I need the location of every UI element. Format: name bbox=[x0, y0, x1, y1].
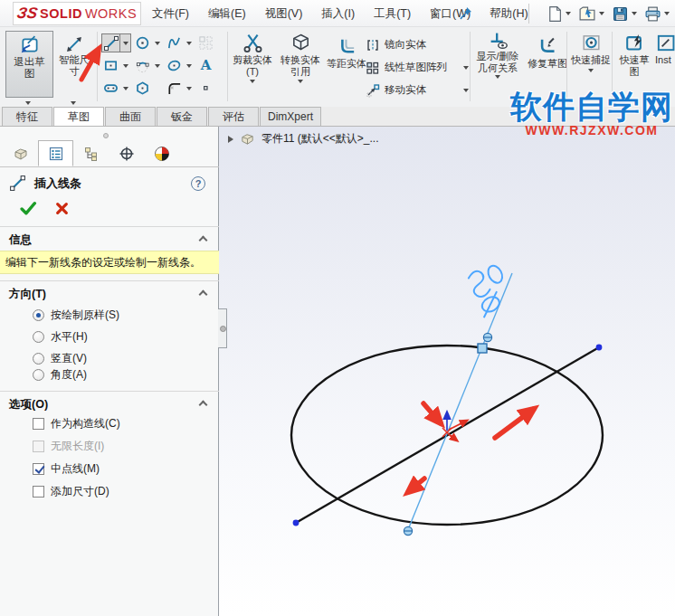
print-dropdown[interactable] bbox=[664, 12, 670, 15]
save-button[interactable] bbox=[610, 5, 639, 24]
radio-angle[interactable]: 角度(A) bbox=[33, 367, 87, 382]
section-divider bbox=[0, 280, 219, 281]
checkbox-box[interactable] bbox=[33, 463, 44, 475]
panel-grab-dot[interactable] bbox=[103, 133, 109, 138]
message-collapse-chevron[interactable] bbox=[199, 236, 208, 245]
circle-tool-dropdown[interactable] bbox=[152, 33, 163, 52]
radio-as-sketched[interactable]: 按绘制原样(S) bbox=[33, 308, 119, 322]
sketch-line[interactable] bbox=[296, 347, 599, 523]
exit-sketch-dropdown[interactable] bbox=[25, 101, 31, 105]
ok-check-button[interactable] bbox=[20, 201, 37, 216]
menu-insert[interactable]: 插入(I) bbox=[321, 6, 355, 22]
sketch-entity-grid: A bbox=[101, 32, 222, 100]
tab-sketch[interactable]: 草图 bbox=[53, 107, 104, 126]
move-entities-button[interactable]: 移动实体 bbox=[366, 79, 467, 101]
cancel-x-button[interactable] bbox=[55, 202, 69, 215]
tab-property-manager[interactable] bbox=[38, 140, 73, 166]
smart-dimension-dropdown[interactable] bbox=[71, 101, 76, 105]
new-document-button[interactable] bbox=[544, 5, 573, 24]
menu-edit[interactable]: 编辑(E) bbox=[208, 6, 246, 22]
tab-configuration-manager[interactable] bbox=[73, 140, 109, 166]
menu-tools[interactable]: 工具(T) bbox=[374, 6, 411, 22]
convert-entities-button[interactable]: 转换实体引用 bbox=[277, 33, 324, 83]
line-endpoint[interactable] bbox=[596, 345, 603, 351]
checkbox-box[interactable] bbox=[33, 418, 44, 430]
radio-dot[interactable] bbox=[33, 331, 44, 343]
circle-tool-button[interactable] bbox=[133, 33, 152, 52]
open-document-dropdown[interactable] bbox=[599, 12, 604, 15]
slot-tool-dropdown[interactable] bbox=[120, 79, 131, 98]
spline-tool-button[interactable] bbox=[165, 33, 184, 52]
target-icon bbox=[119, 146, 135, 162]
checkbox-add-dimensions[interactable]: 添加尺寸(D) bbox=[33, 484, 109, 498]
tab-dimxpert[interactable]: DimXpert bbox=[260, 107, 321, 126]
line-endpoint[interactable] bbox=[293, 520, 299, 526]
display-delete-relations-dropdown[interactable] bbox=[495, 75, 500, 79]
polygon-tool-button[interactable] bbox=[133, 79, 152, 98]
checkbox-infinite-length: 无限长度(I) bbox=[33, 439, 104, 453]
linear-pattern-button[interactable]: 线性草图阵列 bbox=[366, 56, 467, 79]
pin-menu-icon[interactable] bbox=[458, 5, 474, 22]
direction-collapse-chevron[interactable] bbox=[199, 290, 208, 299]
menu-help[interactable]: 帮助(H) bbox=[490, 6, 528, 22]
arc-tool-dropdown[interactable] bbox=[152, 56, 163, 75]
tab-features[interactable]: 特征 bbox=[2, 107, 52, 126]
open-document-button[interactable] bbox=[576, 5, 606, 24]
help-button[interactable]: ? bbox=[191, 176, 205, 191]
new-document-dropdown[interactable] bbox=[566, 12, 571, 15]
checkbox-label: 作为构造线(C) bbox=[51, 416, 120, 431]
convert-entities-dropdown[interactable] bbox=[298, 80, 303, 83]
spline-tool-dropdown[interactable] bbox=[184, 33, 195, 52]
linear-pattern-dropdown[interactable] bbox=[463, 66, 469, 70]
watermark: 软件自学网 WWW.RJZXW.COM bbox=[510, 90, 673, 137]
offset-entities-icon bbox=[337, 36, 357, 57]
trim-entities-button[interactable]: 剪裁实体(T) bbox=[230, 33, 275, 83]
tab-surfaces[interactable]: 曲面 bbox=[105, 107, 156, 126]
tab-feature-manager[interactable] bbox=[3, 140, 38, 166]
watermark-url: WWW.RJZXW.COM bbox=[510, 124, 673, 137]
options-collapse-chevron[interactable] bbox=[199, 401, 208, 410]
quick-snaps-button[interactable]: 快速捕捉 bbox=[570, 33, 612, 72]
print-button[interactable] bbox=[642, 5, 671, 24]
sketch-point-handle[interactable] bbox=[478, 344, 487, 353]
panel-splitter-handle[interactable] bbox=[218, 308, 227, 348]
radio-dot[interactable] bbox=[33, 369, 44, 381]
trim-entities-dropdown[interactable] bbox=[250, 80, 255, 83]
fillet-icon bbox=[166, 81, 182, 96]
instant2d-button[interactable]: Inst bbox=[655, 33, 675, 66]
fillet-tool-dropdown[interactable] bbox=[184, 79, 195, 98]
text-tool-icon: A bbox=[201, 58, 212, 73]
offset-entities-button[interactable]: 等距实体 bbox=[326, 36, 367, 70]
save-dropdown[interactable] bbox=[632, 12, 637, 15]
fillet-tool-button[interactable] bbox=[165, 79, 184, 98]
text-tool-button[interactable]: A bbox=[196, 56, 215, 75]
quick-snaps-dropdown[interactable] bbox=[588, 69, 594, 72]
radio-dot[interactable] bbox=[33, 309, 44, 321]
exit-sketch-button[interactable]: 退出草图 bbox=[5, 31, 53, 98]
menu-view[interactable]: 视图(V) bbox=[265, 6, 303, 22]
line-tool-dropdown[interactable] bbox=[120, 33, 131, 52]
tab-sheet-metal[interactable]: 钣金 bbox=[157, 107, 207, 126]
rectangle-tool-dropdown[interactable] bbox=[120, 56, 131, 75]
radio-dot[interactable] bbox=[33, 353, 44, 365]
menu-file[interactable]: 文件(F) bbox=[152, 6, 189, 22]
mirror-entities-button[interactable]: 镜向实体 bbox=[366, 33, 467, 56]
ellipse-tool-dropdown[interactable] bbox=[184, 56, 195, 75]
ribbon-separator bbox=[470, 32, 471, 101]
graphics-viewport[interactable]: 零件11 (默认<<默认>_... bbox=[219, 127, 675, 616]
display-delete-relations-button[interactable]: 显示/删除几何关系 bbox=[472, 31, 523, 79]
radio-vertical[interactable]: 竖直(V) bbox=[33, 351, 87, 365]
point-tool-button[interactable] bbox=[196, 79, 215, 98]
tab-display-manager[interactable] bbox=[144, 140, 179, 166]
ellipse-tool-button[interactable] bbox=[165, 56, 184, 75]
arc-tool-button[interactable] bbox=[133, 56, 152, 75]
move-entities-dropdown[interactable] bbox=[463, 89, 469, 92]
checkbox-box[interactable] bbox=[33, 486, 44, 498]
checkbox-for-construction[interactable]: 作为构造线(C) bbox=[33, 416, 120, 431]
rapid-sketch-button[interactable]: 快速草图 bbox=[615, 33, 653, 77]
repair-sketch-button[interactable]: 修复草图 bbox=[527, 36, 568, 70]
tab-dimxpert-manager[interactable] bbox=[109, 140, 144, 166]
radio-horizontal[interactable]: 水平(H) bbox=[33, 329, 88, 344]
tab-evaluate[interactable]: 评估 bbox=[208, 107, 259, 126]
checkbox-midpoint-line[interactable]: 中点线(M) bbox=[33, 461, 100, 476]
